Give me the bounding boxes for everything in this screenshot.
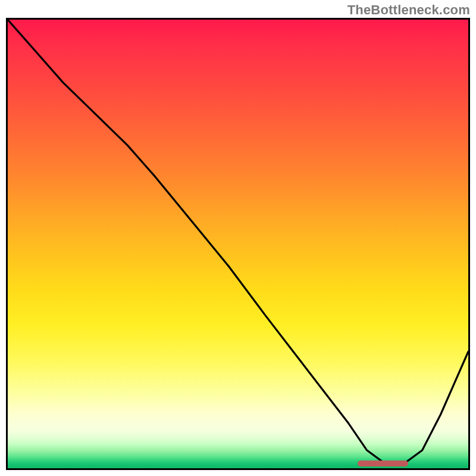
bottleneck-curve [8, 20, 468, 464]
optimal-range-marker [358, 461, 408, 466]
chart-container: TheBottleneck.com [0, 0, 476, 476]
curve-layer [8, 20, 468, 468]
watermark-text: TheBottleneck.com [347, 2, 470, 18]
plot-frame [6, 18, 470, 470]
